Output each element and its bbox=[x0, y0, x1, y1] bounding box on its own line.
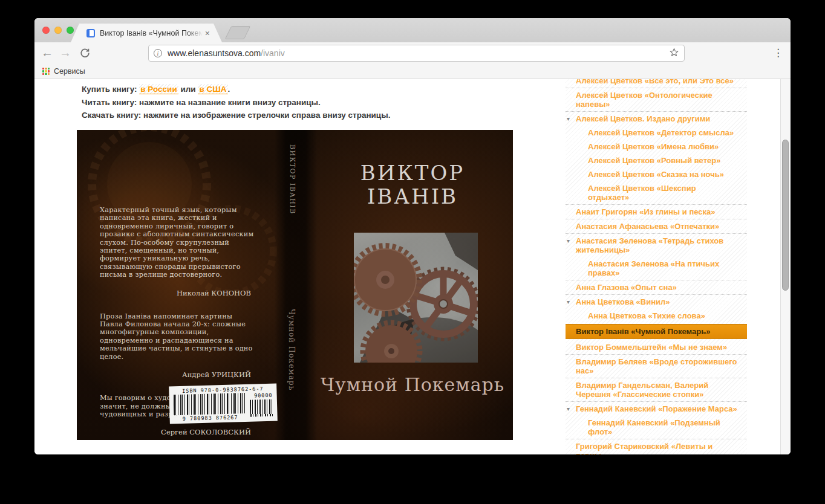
barcode-digits: 9 780983 876267 bbox=[174, 414, 247, 422]
spine-author: ВИКТОР ІВАНІВ bbox=[289, 144, 296, 215]
book-list-item-label: Алексей Цветков «Сказка на ночь» bbox=[588, 170, 724, 179]
book-list-item[interactable]: ▾ Алексей Цветков «Онтологические напевы… bbox=[566, 88, 747, 111]
book-list-item[interactable]: ▾ Алексей Цветков «Ровный ветер» bbox=[566, 153, 747, 167]
book-list-item[interactable]: ▾ Григорий Стариковский «Левиты и певцы» bbox=[566, 439, 747, 454]
book-list-item[interactable]: ▾ Владимир Гандельсман, Валерий Черешня … bbox=[566, 378, 747, 401]
spine-title: Чумной Покемарь bbox=[287, 309, 296, 391]
url-path: /ivaniv bbox=[261, 48, 285, 58]
book-list-item-label: Алексей Цветков. Издано другими bbox=[576, 114, 710, 123]
browser-tab[interactable]: Виктор Іванів «Чумной Покем × bbox=[71, 24, 222, 42]
page-content: Купить книгу: в России или в США. Читать… bbox=[34, 79, 791, 454]
book-list-item-label: Алексей Цветков «Все это, или Это все» bbox=[576, 79, 734, 85]
book-list-sidebar: ▾ Алексей Цветков «Все это, или Это все»… bbox=[566, 79, 747, 454]
book-list-item-label: Анаит Григорян «Из глины и песка» bbox=[576, 207, 716, 216]
address-bar[interactable]: i www.elenasuntsova.com/ivaniv bbox=[148, 45, 685, 62]
book-list-item[interactable]: ▾ Алексей Цветков «Детектор смысла» bbox=[566, 126, 747, 140]
tab-strip: Виктор Іванів «Чумной Покем × bbox=[34, 18, 791, 42]
expanded-triangle-icon[interactable]: ▾ bbox=[567, 236, 570, 245]
quote-author: Андрей УРИЦКИЙ bbox=[100, 370, 251, 379]
barcode-price-code: 90000 bbox=[250, 392, 273, 399]
book-list-item-label: Алексей Цветков «Онтологические напевы» bbox=[576, 91, 712, 109]
buy-in-usa-link[interactable]: в США bbox=[198, 84, 227, 94]
book-list-item[interactable]: ▾ Владимир Беляев «Вроде сторожившего на… bbox=[566, 354, 747, 378]
book-list-item-label: Анна Цветкова «Винил» bbox=[576, 297, 670, 306]
browser-toolbar: ← → i www.elenasuntsova.com/ivaniv ⋮ bbox=[34, 42, 791, 64]
book-list-item[interactable]: ▾ Анна Глазова «Опыт сна» bbox=[566, 280, 747, 294]
instruction-line-buy: Купить книгу: в России или в США. bbox=[82, 83, 390, 96]
tab-favicon-icon bbox=[86, 29, 95, 37]
book-list-item[interactable]: ▾ Алексей Цветков «Сказка на ночь» bbox=[566, 167, 747, 181]
quote-author: Сергей СОКОЛОВСКИЙ bbox=[100, 428, 251, 436]
book-list-item-label: Анастасия Зеленова «На птичьих правах» bbox=[588, 259, 719, 277]
tab-close-icon[interactable]: × bbox=[205, 29, 210, 37]
expanded-triangle-icon[interactable]: ▾ bbox=[567, 297, 570, 306]
book-list-item[interactable]: ▾ Алексей Цветков «Все это, или Это все» bbox=[566, 79, 747, 88]
window-controls bbox=[42, 27, 74, 34]
scrollbar-track bbox=[780, 79, 791, 454]
quote-text: Характерный точный язык, которым написан… bbox=[100, 206, 257, 279]
tab-title: Виктор Іванів «Чумной Покем bbox=[100, 29, 203, 37]
forward-icon: → bbox=[57, 45, 73, 61]
book-list-item-label: Григорий Стариковский «Левиты и певцы» bbox=[576, 442, 712, 454]
book-list-item-label: Виктор Боммельштейн «Мы не знаем» bbox=[576, 343, 727, 352]
browser-window: Виктор Іванів «Чумной Покем × ← → i www.… bbox=[34, 18, 791, 454]
book-list-item-label: Анна Цветкова «Тихие слова» bbox=[588, 311, 705, 320]
page-info-icon[interactable]: i bbox=[154, 49, 162, 57]
reload-icon[interactable] bbox=[77, 47, 93, 63]
instructions-text: Купить книгу: в России или в США. Читать… bbox=[82, 83, 390, 122]
book-list-item-label: Анастасия Афанасьева «Отпечатки» bbox=[576, 222, 719, 231]
front-cover-title: Чумной Покемарь bbox=[313, 374, 512, 395]
apps-grid-icon bbox=[42, 68, 50, 75]
bookmark-star-icon[interactable] bbox=[669, 47, 679, 60]
book-list-item-label: Алексей Цветков «Ровный ветер» bbox=[588, 156, 720, 165]
url-text: www.elenasuntsova.com/ivaniv bbox=[168, 48, 664, 58]
book-list-item[interactable]: ▾ Анна Цветкова «Тихие слова» bbox=[566, 309, 747, 323]
instruction-line-download: Скачать книгу: нажмите на изображение ст… bbox=[82, 109, 390, 122]
url-host: www.elenasuntsova.com bbox=[168, 48, 261, 58]
book-list-item[interactable]: ▾ Анастасия Афанасьева «Отпечатки» bbox=[566, 219, 747, 233]
book-list-item[interactable]: ▾ Виктор Боммельштейн «Мы не знаем» bbox=[566, 340, 747, 354]
expanded-triangle-icon[interactable]: ▾ bbox=[567, 114, 570, 123]
book-list-item-label: Геннадий Каневский «Подземный флот» bbox=[588, 418, 720, 436]
bookmarks-bar: Сервисы bbox=[34, 64, 791, 79]
book-list-item-label: Алексей Цветков «Детектор смысла» bbox=[588, 128, 734, 137]
book-list-item[interactable]: ▾ Виктор Іванів «Чумной Покемарь» bbox=[566, 324, 747, 339]
buy-in-russia-link[interactable]: в России bbox=[139, 84, 178, 94]
book-list-item[interactable]: ▾ Геннадий Каневский «Подземный флот» bbox=[566, 416, 747, 439]
zoom-window-button[interactable] bbox=[67, 27, 74, 34]
back-icon[interactable]: ← bbox=[39, 45, 55, 61]
new-tab-button[interactable] bbox=[225, 26, 251, 39]
book-list-item[interactable]: ▾ Геннадий Каневский «Поражение Марса» bbox=[566, 401, 747, 416]
gears-photo bbox=[354, 233, 478, 363]
book-cover-image: Характерный точный язык, которым написан… bbox=[77, 130, 513, 440]
instruction-line-read: Читать книгу: нажмите на название книги … bbox=[82, 96, 390, 109]
barcode-bars bbox=[174, 393, 247, 415]
minimize-window-button[interactable] bbox=[54, 27, 62, 34]
expanded-triangle-icon[interactable]: ▾ bbox=[567, 404, 570, 413]
book-list-item-label: Алексей Цветков «Имена любви» bbox=[588, 142, 719, 151]
book-list-item-label: Виктор Іванів «Чумной Покемарь» bbox=[576, 327, 710, 336]
book-list-item-label: Анна Глазова «Опыт сна» bbox=[576, 283, 677, 292]
book-list-item[interactable]: ▾ Анна Цветкова «Винил» bbox=[566, 294, 747, 309]
bookmark-services[interactable]: Сервисы bbox=[54, 67, 85, 76]
quote-author: Николай КОНОНОВ bbox=[100, 289, 251, 297]
quote-block: Проза Іваніва напоминает картины Павла Ф… bbox=[100, 312, 257, 379]
front-cover-author: ВИКТОР ІВАНІВ bbox=[313, 161, 512, 208]
barcode-addon-bars bbox=[250, 399, 273, 417]
book-list-item[interactable]: ▾ Анаит Григорян «Из глины и песка» bbox=[566, 204, 747, 219]
book-list-item[interactable]: ▾ Анастасия Зеленова «Тетрадь стихов жит… bbox=[566, 233, 747, 257]
book-list-item[interactable]: ▾ Алексей Цветков «Имена любви» bbox=[566, 140, 747, 153]
book-list-item-label: Геннадий Каневский «Поражение Марса» bbox=[576, 404, 737, 413]
browser-menu-icon[interactable]: ⋮ bbox=[773, 45, 783, 61]
quote-block: Характерный точный язык, которым написан… bbox=[100, 206, 257, 297]
book-list-item[interactable]: ▾ Алексей Цветков. Издано другими bbox=[566, 111, 747, 126]
book-list-item-label: Алексей Цветков «Шекспир отдыхает» bbox=[588, 184, 696, 202]
book-list-item[interactable]: ▾ Алексей Цветков «Шекспир отдыхает» bbox=[566, 181, 747, 204]
book-list-item[interactable]: ▾ Анастасия Зеленова «На птичьих правах» bbox=[566, 257, 747, 280]
book-list-item-label: Владимир Беляев «Вроде сторожившего нас» bbox=[576, 357, 737, 375]
quote-text: Проза Іваніва напоминает картины Павла Ф… bbox=[100, 312, 257, 361]
scrollbar-thumb[interactable] bbox=[782, 140, 789, 291]
close-window-button[interactable] bbox=[42, 27, 50, 34]
book-list-item-label: Владимир Гандельсман, Валерий Черешня «Г… bbox=[576, 381, 708, 399]
barcode: ISBN 978-0-9838762-6-7 9 780983 876267 9… bbox=[169, 384, 278, 424]
